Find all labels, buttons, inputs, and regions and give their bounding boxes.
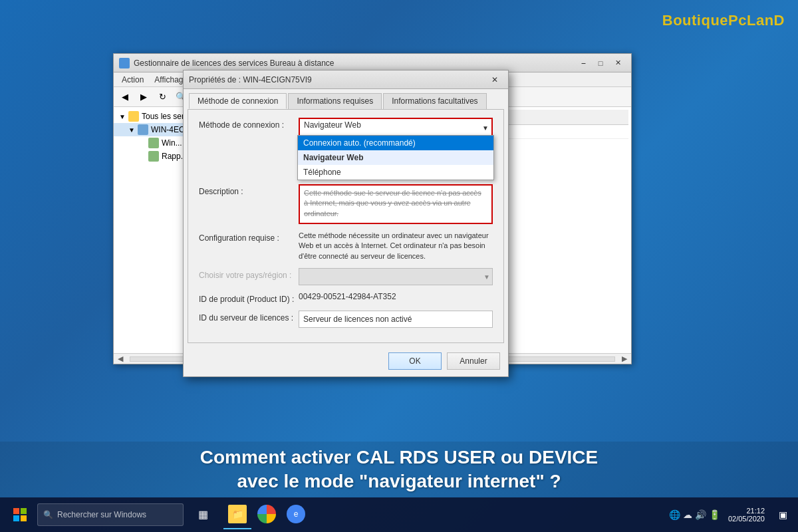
description-row: Description : Cette méthode sue le serve… [199, 184, 493, 224]
expand-icon: ▼ [118, 112, 127, 121]
ok-button[interactable]: OK [388, 352, 442, 370]
taskbar-app-3[interactable]: e [282, 500, 310, 529]
svg-rect-3 [21, 515, 27, 521]
svg-rect-1 [21, 508, 27, 514]
country-field: ▼ [299, 268, 493, 285]
dropdown-option-auto[interactable]: Connexion auto. (recommandé) [298, 136, 493, 150]
country-input[interactable] [299, 268, 493, 285]
expand-icon-4 [138, 152, 147, 161]
taskbar-app-chrome[interactable] [253, 500, 281, 529]
tray-icon-volume[interactable]: 🔊 [695, 509, 706, 520]
watermark: BoutiquePcLanD [662, 12, 785, 29]
explorer-icon: 📁 [228, 505, 247, 523]
svg-rect-2 [13, 515, 19, 521]
description-label: Description : [199, 184, 299, 196]
clock-time: 21:12 [746, 507, 765, 515]
notification-icon: ▣ [779, 509, 787, 520]
search-placeholder: Rechercher sur Windows [57, 510, 146, 519]
scroll-right[interactable]: ▶ [618, 354, 631, 363]
expand-icon-3 [138, 138, 147, 148]
node-icon-1 [148, 138, 159, 148]
properties-dialog: Propriétés de : WIN-4ECIGN75VI9 ✕ Méthod… [183, 70, 509, 377]
toolbar-btn-2[interactable]: ▶ [135, 89, 152, 105]
node-icon-2 [148, 151, 159, 162]
license-server-id-row: ID du serveur de licences : [199, 311, 493, 328]
chrome-icon [257, 505, 276, 523]
main-window-title: Gestionnaire de licences des services Bu… [134, 59, 575, 68]
minimize-button[interactable]: ‒ [575, 57, 591, 70]
window-controls: ‒ □ ✕ [575, 57, 626, 70]
dropdown-list: Connexion auto. (recommandé) Navigateur … [297, 135, 494, 180]
tray-icons: 🌐 ☁ 🔊 🔋 [669, 509, 720, 520]
notification-button[interactable]: ▣ [773, 500, 793, 529]
tab-optional-info[interactable]: Informations facultatives [383, 93, 486, 109]
tree-item-label-win: Win... [162, 138, 182, 148]
connection-method-field: Navigateur Web ▼ Connexion auto. (recomm… [299, 118, 493, 138]
watermark-text1: Boutique [662, 12, 728, 29]
tray-icon-network[interactable]: 🌐 [669, 509, 680, 520]
dialog-content: Méthode de connexion : Navigateur Web ▼ … [188, 109, 504, 343]
dialog-title: Propriétés de : WIN-4ECIGN75VI9 [189, 75, 487, 84]
tab-required-info[interactable]: Informations requises [288, 93, 382, 109]
license-server-id-input[interactable] [299, 311, 493, 328]
dialog-tabs: Méthode de connexion Informations requis… [184, 89, 508, 109]
toolbar-btn-1[interactable]: ◀ [116, 89, 134, 105]
taskbar-app-explorer[interactable]: 📁 [223, 500, 251, 529]
app3-icon: e [287, 505, 305, 523]
scroll-left[interactable]: ◀ [114, 354, 127, 363]
config-requise-text: Cette méthode nécessite un ordinateur av… [299, 231, 493, 261]
country-wrapper: ▼ [299, 268, 493, 285]
country-arrow-icon: ▼ [483, 273, 490, 281]
watermark-text2: PcLanD [728, 12, 785, 29]
license-server-id-label: ID du serveur de licences : [199, 311, 299, 323]
tab-connection-method[interactable]: Méthode de connexion [189, 93, 287, 109]
caption-line2: avec le mode "navigateur internet" ? [13, 471, 785, 492]
search-bar[interactable]: 🔍 Rechercher sur Windows [37, 503, 184, 526]
dialog-buttons: OK Annuler [184, 347, 508, 376]
expand-icon-2: ▼ [127, 125, 136, 134]
main-window-icon [119, 58, 130, 68]
taskbar-apps: 📁 e [223, 500, 310, 529]
clock-date: 02/05/2020 [728, 515, 765, 523]
dropdown-option-phone[interactable]: Téléphone [298, 165, 493, 180]
config-requise-label: Configuration requise : [199, 231, 299, 243]
caption-line1: Comment activer CAL RDS USER ou DEVICE [13, 447, 785, 468]
product-id-label: ID de produit (Product ID) : [199, 292, 299, 304]
start-button[interactable] [5, 500, 35, 529]
search-icon: 🔍 [43, 510, 53, 519]
taskbar-tray: 🌐 ☁ 🔊 🔋 21:12 02/05/2020 ▣ [669, 500, 793, 529]
dialog-close-button[interactable]: ✕ [487, 73, 503, 86]
country-row: Choisir votre pays/région : ▼ [199, 268, 493, 285]
folder-icon [128, 111, 139, 122]
description-strikethrough-text: Cette méthode sue le serveur de licence … [304, 189, 481, 217]
svg-rect-0 [13, 508, 19, 514]
config-requise-row: Configuration requise : Cette méthode né… [199, 231, 493, 261]
country-label: Choisir votre pays/région : [199, 268, 299, 280]
task-view-button[interactable]: ▦ [189, 500, 217, 529]
server-icon [138, 124, 148, 135]
maximize-button[interactable]: □ [593, 57, 608, 70]
caption-area: Comment activer CAL RDS USER ou DEVICE a… [0, 442, 798, 497]
clock-area[interactable]: 21:12 02/05/2020 [726, 507, 767, 523]
tray-icon-cloud[interactable]: ☁ [683, 509, 692, 520]
taskbar: 🔍 Rechercher sur Windows ▦ 📁 e [0, 497, 798, 532]
product-id-row: ID de produit (Product ID) : 00429-00521… [199, 292, 493, 304]
description-field: Cette méthode sue le serveur de licence … [299, 184, 493, 224]
menu-action[interactable]: Action [116, 74, 149, 86]
dropdown-option-web[interactable]: Navigateur Web [298, 150, 493, 165]
close-button[interactable]: ✕ [610, 57, 626, 70]
dropdown-selected-value[interactable]: Navigateur Web [300, 119, 491, 136]
description-box: Cette méthode sue le serveur de licence … [299, 184, 493, 224]
product-id-value: 00429-00521-42984-AT352 [299, 292, 396, 301]
license-server-id-field [299, 311, 493, 328]
connection-method-label: Méthode de connexion : [199, 118, 299, 130]
cancel-button[interactable]: Annuler [447, 352, 500, 370]
toolbar-btn-3[interactable]: ↻ [154, 89, 171, 105]
connection-method-row: Méthode de connexion : Navigateur Web ▼ … [199, 118, 493, 138]
tray-icon-battery[interactable]: 🔋 [709, 509, 720, 520]
desktop: BoutiquePcLanD Gestionnaire de licences … [0, 0, 798, 532]
task-view-icon: ▦ [198, 508, 208, 521]
dialog-titlebar: Propriétés de : WIN-4ECIGN75VI9 ✕ [184, 70, 508, 89]
